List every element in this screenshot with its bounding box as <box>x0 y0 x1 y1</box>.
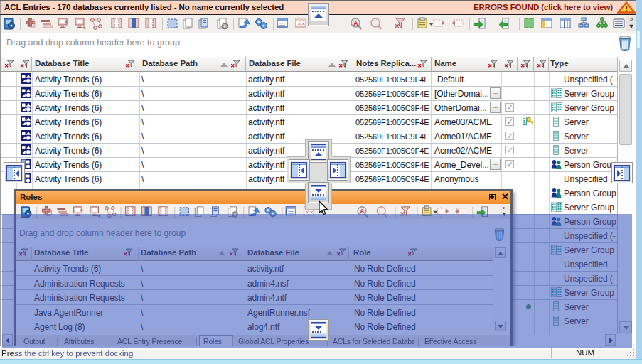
svg-text:✕✕: ✕✕ <box>297 21 306 26</box>
svg-text:A: A <box>353 20 358 27</box>
